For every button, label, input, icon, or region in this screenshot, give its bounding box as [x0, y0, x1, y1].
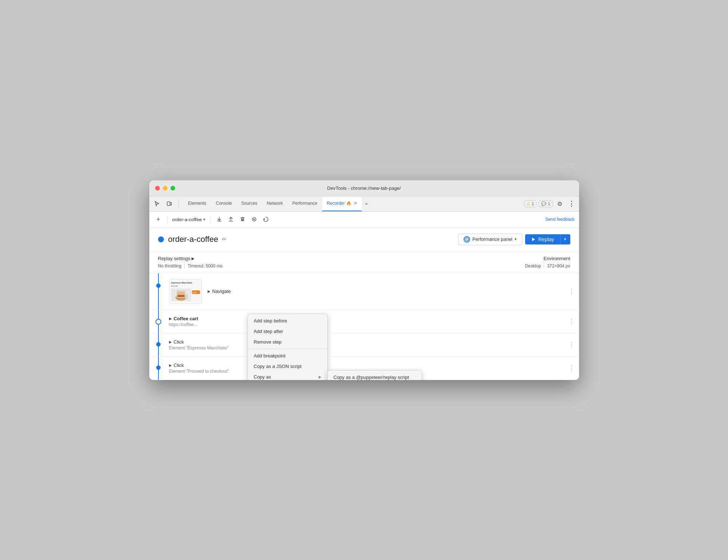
step-coffee-cart-arrow-icon: ▶: [169, 317, 172, 321]
warning-icon: ⚠: [527, 201, 530, 206]
replay-button[interactable]: Replay: [525, 234, 560, 244]
tab-elements[interactable]: Elements: [184, 196, 211, 211]
step-dot-1: [156, 283, 161, 288]
tab-close-icon[interactable]: ✕: [354, 201, 357, 206]
resolution-text: 372×804 px: [547, 263, 570, 269]
perf-panel-chevron-icon: ▾: [515, 237, 517, 242]
device-icon[interactable]: [165, 199, 174, 208]
tab-bar: Elements Console Sources Network Perform…: [149, 196, 579, 212]
close-button[interactable]: [155, 186, 160, 191]
context-menu-add-before[interactable]: Add step before: [248, 316, 327, 326]
step-dot-2-hollow: [156, 319, 161, 325]
svg-rect-1: [170, 203, 172, 205]
fire-icon: 🔥: [346, 201, 351, 206]
settings-right: Environment Desktop 372×804 px: [525, 256, 570, 269]
maximize-button[interactable]: [170, 186, 175, 191]
recording-name-text: order-a-coffee: [172, 217, 202, 222]
step-click-espresso-content[interactable]: ▶ Click Element "Espresso Macchiato": [168, 333, 564, 356]
recording-header: order-a-coffee ✏ Performance panel ▾: [149, 228, 579, 251]
step-navigate-more: ⋮: [564, 273, 579, 310]
step-navigate-info: ▶ Navigate: [208, 289, 561, 294]
more-options-icon[interactable]: ⋮: [567, 199, 576, 208]
svg-text:ADD: ADD: [192, 291, 197, 294]
recording-name-dropdown[interactable]: order-a-coffee ▾: [172, 217, 205, 222]
submenu-item-puppeteer-replay[interactable]: Copy as a @puppeteer/replay script: [328, 372, 422, 380]
context-menu-sep-1: [248, 349, 327, 349]
step-dot-4: [156, 365, 161, 370]
svg-rect-14: [185, 294, 188, 299]
context-menu-add-breakpoint[interactable]: Add breakpoint: [248, 351, 327, 361]
context-menu-remove-step[interactable]: Remove step: [248, 337, 327, 347]
export-button[interactable]: [215, 215, 224, 224]
more-tabs-button[interactable]: »: [362, 201, 371, 206]
step-dot-3: [156, 342, 161, 346]
comment-icon: 💬: [541, 201, 546, 206]
desktop-text: Desktop: [525, 263, 541, 269]
send-feedback-link[interactable]: Send feedback: [545, 217, 574, 222]
svg-rect-0: [167, 202, 170, 205]
step-click-checkout-title: ▶ Click: [169, 363, 561, 368]
slow-replay-button[interactable]: [261, 215, 271, 224]
tab-recorder[interactable]: Recorder 🔥 ✕: [322, 196, 361, 211]
step-navigate: Espresso Macchiato $13.00 ADD: [149, 273, 579, 310]
warning-badge[interactable]: ⚠ 1: [524, 200, 536, 207]
steps-area: Espresso Macchiato $13.00 ADD: [149, 273, 579, 380]
step-navigate-more-icon[interactable]: ⋮: [568, 287, 575, 295]
svg-marker-5: [532, 238, 535, 241]
svg-rect-12: [177, 292, 185, 295]
step-coffee-cart-content[interactable]: ▶ Coffee cart https://coffee...: [168, 310, 564, 333]
environment-label: Environment: [544, 256, 570, 261]
tab-sources[interactable]: Sources: [237, 196, 262, 211]
tab-performance[interactable]: Performance: [288, 196, 322, 211]
edit-recording-icon[interactable]: ✏: [222, 236, 227, 243]
step-coffee-cart-timeline: [149, 310, 168, 333]
traffic-lights: [155, 186, 175, 191]
toolbar: + order-a-coffee ▾: [149, 212, 579, 228]
replay-settings-label[interactable]: Replay settings ▶: [158, 256, 223, 261]
context-menu: Add step before Add step after Remove st…: [248, 314, 328, 380]
comment-badge[interactable]: 💬 1: [539, 200, 552, 207]
toolbar-separator-2: [210, 216, 210, 223]
context-menu-copy-as[interactable]: Copy as ▶ Copy as a @puppeteer/replay sc…: [248, 372, 327, 380]
settings-area: Replay settings ▶ No throttling Timeout:…: [149, 251, 579, 273]
delete-button[interactable]: [238, 215, 247, 224]
new-recording-button[interactable]: +: [154, 215, 163, 224]
step-coffee-cart-info: ▶ Coffee cart https://coffee...: [169, 316, 561, 327]
titlebar: DevTools - chrome://new-tab-page/: [149, 180, 579, 196]
submenu-arrow-icon: ▶: [319, 375, 322, 379]
no-throttling-text: No throttling: [158, 263, 182, 269]
replay-dropdown-button[interactable]: ▾: [560, 234, 570, 244]
tab-network[interactable]: Network: [263, 196, 287, 211]
tab-icons: [152, 199, 180, 208]
toolbar-separator-1: [168, 216, 168, 223]
step-coffee-cart-title: ▶ Coffee cart: [169, 316, 561, 321]
step-click-checkout-more-icon[interactable]: ⋮: [568, 364, 575, 372]
step-click-espresso-subtitle: Element "Espresso Macchiato": [169, 345, 561, 351]
settings-expand-icon: ▶: [192, 256, 194, 261]
step-click-espresso-more-icon[interactable]: ⋮: [568, 341, 575, 349]
recording-status-dot: [158, 236, 164, 242]
step-click-espresso-more: ⋮: [564, 333, 579, 356]
step-navigate-timeline: [149, 273, 168, 310]
step-coffee-cart-more-icon[interactable]: ⋮: [568, 317, 575, 325]
recording-title: order-a-coffee: [168, 235, 219, 244]
performance-panel-button[interactable]: Performance panel ▾: [458, 234, 522, 245]
svg-marker-3: [253, 219, 255, 220]
minimize-button[interactable]: [163, 186, 168, 191]
start-recording-button[interactable]: [249, 215, 259, 224]
settings-gear-icon[interactable]: ⚙: [555, 199, 564, 208]
step-navigate-title: ▶ Navigate: [208, 289, 561, 294]
tab-console[interactable]: Console: [212, 196, 236, 211]
cursor-icon[interactable]: [152, 199, 162, 208]
devtools-panel: Elements Console Sources Network Perform…: [149, 196, 579, 380]
step-click-espresso-arrow-icon: ▶: [169, 340, 172, 344]
import-button[interactable]: [226, 215, 236, 224]
context-menu-copy-json[interactable]: Copy as a JSON script: [248, 361, 327, 372]
env-divider: [544, 263, 544, 269]
context-menu-add-after[interactable]: Add step after: [248, 326, 327, 337]
devtools-window: DevTools - chrome://new-tab-page/: [149, 180, 579, 380]
step-navigate-content[interactable]: Espresso Macchiato $13.00 ADD: [168, 273, 564, 310]
step-click-checkout-timeline: [149, 357, 168, 380]
svg-text:$13.00: $13.00: [171, 285, 178, 287]
step-coffee-cart-more: ⋮: [564, 310, 579, 333]
